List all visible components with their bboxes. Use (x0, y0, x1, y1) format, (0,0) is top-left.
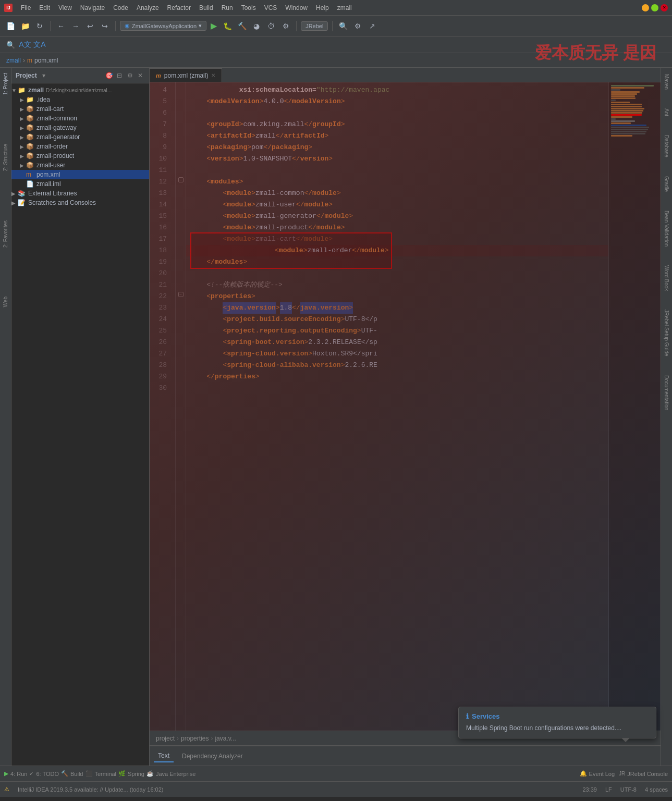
menu-build[interactable]: Build (195, 2, 217, 14)
tree-zmall-product[interactable]: ▶ 📦 zmall-product (11, 151, 149, 161)
menu-window[interactable]: Window (281, 2, 312, 14)
status-indent[interactable]: 4 spaces (645, 786, 668, 793)
right-tab-ant[interactable]: Ant (663, 104, 670, 120)
breadcrumb-properties[interactable]: properties (181, 735, 209, 742)
tree-zmall-generator[interactable]: ▶ 📦 zmall-generator (11, 132, 149, 142)
right-tab-maven[interactable]: Maven (663, 70, 670, 94)
tree-zmall-iml[interactable]: ▶ 📄 zmall.iml (11, 179, 149, 189)
right-tab-bean[interactable]: Bean Validation (663, 206, 670, 251)
jrebel-button[interactable]: JRebel (301, 21, 328, 31)
tab-close-button[interactable]: ✕ (211, 72, 215, 78)
jrebel-console-button[interactable]: JR JRebel Console (619, 770, 668, 777)
code-content[interactable]: xsi:schemaLocation="http://maven.apac <m… (186, 82, 608, 731)
bottom-tab-text[interactable]: Text (154, 750, 174, 762)
tree-zmall-order[interactable]: ▶ 📦 zmall-order (11, 142, 149, 151)
code-line-28: <spring-cloud-alibaba.version>2.2.6.RE (186, 360, 608, 371)
tree-external-libraries[interactable]: ▶ 📚 External Libraries (11, 189, 149, 198)
fold-12-icon[interactable]: − (178, 177, 184, 182)
code-line-27: <spring-cloud.version>Hoxton.SR9</spri (186, 348, 608, 360)
bottom-tab-dep-analyzer[interactable]: Dependency Analyzer (178, 750, 247, 762)
settings-button[interactable]: ⚙ (279, 20, 292, 32)
right-tab-database[interactable]: Database (663, 131, 670, 162)
menu-run[interactable]: Run (217, 2, 237, 14)
close-button[interactable]: ✕ (661, 4, 668, 11)
menu-view[interactable]: View (54, 2, 76, 14)
tree-scratches[interactable]: ▶ 📝 Scratches and Consoles (11, 198, 149, 207)
tree-idea[interactable]: ▶ 📁 .idea (11, 95, 149, 104)
menu-refactor[interactable]: Refactor (163, 2, 195, 14)
menu-edit[interactable]: Edit (35, 2, 54, 14)
editor-tab-pom[interactable]: m pom.xml (zmall) ✕ (150, 68, 222, 82)
taskbar-java-enterprise[interactable]: ☕ Java Enterprise (146, 770, 196, 777)
run-button[interactable]: ▶ (209, 21, 219, 31)
close-sidebar-button[interactable]: ✕ (136, 71, 145, 80)
status-warning[interactable]: ⚠ (4, 786, 9, 793)
tree-zmall-user[interactable]: ▶ 📦 zmall-user (11, 161, 149, 170)
status-encoding[interactable]: UTF-8 (620, 786, 637, 793)
left-tab-favorites[interactable]: 2: Favorites (2, 217, 9, 251)
run-config-selector[interactable]: ◉ ZmallGatewayApplication ▾ (120, 21, 206, 31)
refresh-button[interactable]: ↻ (33, 20, 46, 32)
settings-icon[interactable]: ⚙ (125, 71, 135, 80)
right-tab-docs[interactable]: Documentation (663, 371, 670, 414)
right-tab-gradle[interactable]: Gradle (663, 172, 670, 196)
redo-button[interactable]: ↪ (99, 20, 111, 32)
menu-help[interactable]: Help (312, 2, 333, 14)
l14b2: > (251, 199, 255, 211)
translate-b-button[interactable]: 文A (33, 39, 46, 51)
menu-navigate[interactable]: Navigate (76, 2, 109, 14)
status-bar-right: 23:39 LF UTF-8 4 spaces (582, 786, 668, 793)
undo-button[interactable]: ↩ (84, 20, 96, 32)
right-tab-word[interactable]: Word Book (663, 261, 670, 295)
taskbar-todo[interactable]: ✓ 6: TODO (29, 770, 59, 777)
gear-button[interactable]: ⚙ (351, 20, 364, 32)
left-tab-web[interactable]: Web (2, 293, 9, 310)
code-editor[interactable]: 4 5 6 7 8 9 10 11 12 13 14 15 16 17 18 1… (150, 82, 661, 731)
menu-project[interactable]: zmall (333, 2, 356, 14)
fold-22-icon[interactable]: − (178, 292, 184, 297)
tree-zmall-common[interactable]: ▶ 📦 zmall-common (11, 114, 149, 123)
status-lf[interactable]: LF (605, 786, 612, 793)
status-update-text[interactable]: IntelliJ IDEA 2019.3.5 available: // Upd… (18, 786, 163, 793)
menu-tools[interactable]: Tools (237, 2, 260, 14)
taskbar-run[interactable]: ▶ 4: Run (4, 770, 27, 777)
taskbar-terminal[interactable]: ⬛ Terminal (85, 770, 117, 777)
menu-analyze[interactable]: Analyze (132, 2, 163, 14)
build-button[interactable]: 🔨 (236, 20, 248, 32)
collapse-button[interactable]: ⊟ (115, 71, 124, 80)
debug-button[interactable]: 🐛 (221, 20, 234, 32)
search-button[interactable]: 🔍 (337, 20, 349, 32)
menubar[interactable]: File Edit View Navigate Code Analyze Ref… (17, 2, 356, 14)
breadcrumb-project[interactable]: project (156, 735, 175, 742)
profile-button[interactable]: ⏱ (265, 20, 277, 32)
menu-file[interactable]: File (17, 2, 35, 14)
back-button[interactable]: ← (55, 20, 67, 32)
taskbar-build[interactable]: 🔨 Build (61, 770, 83, 777)
tree-zmall-cart[interactable]: ▶ 📦 zmall-cart (11, 104, 149, 114)
tree-zmall-gateway[interactable]: ▶ 📦 zmall-gateway (11, 123, 149, 132)
tree-pom-xml[interactable]: ▶ m pom.xml (11, 170, 149, 179)
menu-code[interactable]: Code (109, 2, 132, 14)
new-button[interactable]: 📄 (4, 20, 17, 32)
translate-a-button[interactable]: A文 (19, 39, 31, 51)
locate-button[interactable]: 🎯 (104, 71, 114, 80)
left-tab-project[interactable]: 1: Project (2, 70, 9, 98)
coverage-button[interactable]: ◕ (250, 20, 263, 32)
maximize-button[interactable] (651, 4, 658, 11)
breadcrumb-java[interactable]: java.v... (215, 735, 236, 742)
share-button[interactable]: ↗ (366, 20, 378, 32)
search2-button[interactable]: 🔍 (4, 39, 17, 51)
order-label: zmall-order (36, 143, 68, 150)
breadcrumb-zmall[interactable]: zmall (6, 57, 21, 64)
menu-vcs[interactable]: VCS (260, 2, 282, 14)
right-tab-jrebel[interactable]: JRebel Setup Guide (663, 305, 670, 361)
left-tab-structure[interactable]: Z: Structure (2, 141, 9, 174)
breadcrumb-file[interactable]: pom.xml (34, 57, 58, 64)
forward-button[interactable]: → (69, 20, 82, 32)
taskbar-spring[interactable]: 🌿 Spring (118, 770, 144, 777)
event-log-button[interactable]: 🔔 Event Log (580, 770, 615, 777)
tree-root-zmall[interactable]: ▼ 📁 zmall D:\zking\xuexinr\iderr\zmal... (11, 85, 149, 95)
line4-val: "http://maven.apac (316, 84, 389, 96)
minimize-button[interactable] (642, 4, 649, 11)
open-button[interactable]: 📁 (19, 20, 31, 32)
